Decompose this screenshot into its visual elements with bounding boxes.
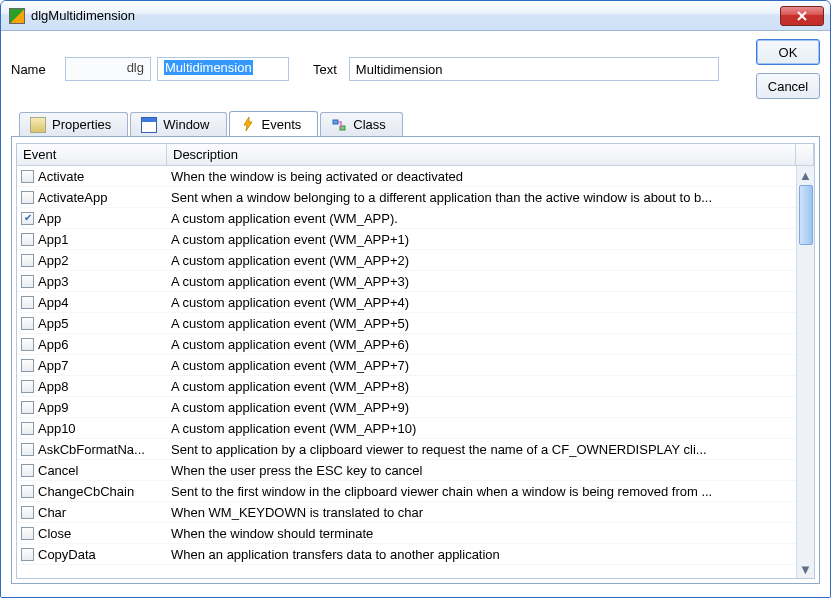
event-description: A custom application event (WM_APP+1) bbox=[167, 232, 796, 247]
table-row[interactable]: App5A custom application event (WM_APP+5… bbox=[17, 313, 796, 334]
cancel-label: Cancel bbox=[768, 79, 808, 94]
name-value: Multidimension bbox=[164, 60, 253, 75]
class-icon bbox=[331, 117, 347, 133]
table-row[interactable]: App1A custom application event (WM_APP+1… bbox=[17, 229, 796, 250]
event-checkbox[interactable] bbox=[21, 401, 34, 414]
event-name: CopyData bbox=[38, 547, 96, 562]
event-description: A custom application event (WM_APP+9) bbox=[167, 400, 796, 415]
event-cell: App1 bbox=[17, 232, 167, 247]
event-checkbox[interactable] bbox=[21, 506, 34, 519]
event-cell: Cancel bbox=[17, 463, 167, 478]
table-row[interactable]: App9A custom application event (WM_APP+9… bbox=[17, 397, 796, 418]
table-row[interactable]: CancelWhen the user press the ESC key to… bbox=[17, 460, 796, 481]
prefix-input[interactable]: dlg bbox=[65, 57, 151, 81]
table-row[interactable]: App2A custom application event (WM_APP+2… bbox=[17, 250, 796, 271]
tab-window[interactable]: Window bbox=[130, 112, 226, 136]
event-name: App10 bbox=[38, 421, 76, 436]
event-checkbox[interactable] bbox=[21, 191, 34, 204]
close-button[interactable] bbox=[780, 6, 824, 26]
event-checkbox[interactable] bbox=[21, 317, 34, 330]
event-description: A custom application event (WM_APP+7) bbox=[167, 358, 796, 373]
event-checkbox[interactable] bbox=[21, 464, 34, 477]
table-row[interactable]: ChangeCbChainSent to the first window in… bbox=[17, 481, 796, 502]
window-icon bbox=[141, 117, 157, 133]
event-checkbox[interactable] bbox=[21, 527, 34, 540]
event-checkbox[interactable] bbox=[21, 254, 34, 267]
ok-button[interactable]: OK bbox=[756, 39, 820, 65]
event-checkbox[interactable] bbox=[21, 422, 34, 435]
scroll-track[interactable] bbox=[797, 246, 814, 560]
form-row: Name dlg Multidimension Text OK Cancel bbox=[11, 39, 820, 99]
name-label: Name bbox=[11, 62, 59, 77]
tab-events[interactable]: Events bbox=[229, 111, 319, 136]
table-row[interactable]: ActivateAppSent when a window belonging … bbox=[17, 187, 796, 208]
event-name: App7 bbox=[38, 358, 68, 373]
tab-class[interactable]: Class bbox=[320, 112, 403, 136]
properties-icon bbox=[30, 117, 46, 133]
event-description: A custom application event (WM_APP+6) bbox=[167, 337, 796, 352]
event-name: App9 bbox=[38, 400, 68, 415]
ok-label: OK bbox=[779, 45, 798, 60]
event-name: App8 bbox=[38, 379, 68, 394]
event-name: ChangeCbChain bbox=[38, 484, 134, 499]
event-cell: ActivateApp bbox=[17, 190, 167, 205]
table-row[interactable]: App8A custom application event (WM_APP+8… bbox=[17, 376, 796, 397]
event-checkbox[interactable] bbox=[21, 170, 34, 183]
event-name: App1 bbox=[38, 232, 68, 247]
event-checkbox[interactable] bbox=[21, 338, 34, 351]
table-row[interactable]: CharWhen WM_KEYDOWN is translated to cha… bbox=[17, 502, 796, 523]
col-event[interactable]: Event bbox=[17, 144, 167, 165]
event-name: Activate bbox=[38, 169, 84, 184]
table-row[interactable]: App4A custom application event (WM_APP+4… bbox=[17, 292, 796, 313]
event-cell: CopyData bbox=[17, 547, 167, 562]
col-scroll-gutter bbox=[796, 144, 814, 165]
app-icon bbox=[9, 8, 25, 24]
table-row[interactable]: App7A custom application event (WM_APP+7… bbox=[17, 355, 796, 376]
table-header: Event Description bbox=[17, 144, 814, 166]
event-checkbox[interactable] bbox=[21, 275, 34, 288]
table-row[interactable]: App10A custom application event (WM_APP+… bbox=[17, 418, 796, 439]
tab-properties[interactable]: Properties bbox=[19, 112, 128, 136]
name-input[interactable]: Multidimension bbox=[157, 57, 289, 81]
scroll-down-arrow[interactable]: ▼ bbox=[797, 560, 814, 578]
event-checkbox[interactable] bbox=[21, 296, 34, 309]
event-name: AskCbFormatNa... bbox=[38, 442, 145, 457]
event-name: App bbox=[38, 211, 61, 226]
dialog-buttons: OK Cancel bbox=[756, 39, 820, 99]
event-checkbox[interactable] bbox=[21, 380, 34, 393]
table-row[interactable]: ActivateWhen the window is being activat… bbox=[17, 166, 796, 187]
scroll-up-arrow[interactable]: ▲ bbox=[797, 166, 814, 184]
event-checkbox[interactable] bbox=[21, 443, 34, 456]
text-label: Text bbox=[313, 62, 337, 77]
event-description: Sent to the first window in the clipboar… bbox=[167, 484, 796, 499]
close-icon bbox=[796, 11, 808, 21]
event-checkbox[interactable] bbox=[21, 212, 34, 225]
window-title: dlgMultidimension bbox=[31, 8, 774, 23]
col-description[interactable]: Description bbox=[167, 144, 796, 165]
event-cell: Activate bbox=[17, 169, 167, 184]
event-cell: Char bbox=[17, 505, 167, 520]
table-row[interactable]: App6A custom application event (WM_APP+6… bbox=[17, 334, 796, 355]
event-checkbox[interactable] bbox=[21, 359, 34, 372]
event-cell: App10 bbox=[17, 421, 167, 436]
table-row[interactable]: App3A custom application event (WM_APP+3… bbox=[17, 271, 796, 292]
vertical-scrollbar[interactable]: ▲ ▼ bbox=[796, 166, 814, 578]
client-area: Name dlg Multidimension Text OK Cancel P… bbox=[1, 31, 830, 597]
scroll-thumb[interactable] bbox=[799, 185, 813, 245]
event-checkbox[interactable] bbox=[21, 233, 34, 246]
cancel-button[interactable]: Cancel bbox=[756, 73, 820, 99]
lightning-icon bbox=[240, 116, 256, 132]
table-row[interactable]: CopyDataWhen an application transfers da… bbox=[17, 544, 796, 565]
text-input[interactable] bbox=[349, 57, 719, 81]
table-row[interactable]: AskCbFormatNa...Sent to application by a… bbox=[17, 439, 796, 460]
event-checkbox[interactable] bbox=[21, 485, 34, 498]
event-name: ActivateApp bbox=[38, 190, 107, 205]
event-cell: App5 bbox=[17, 316, 167, 331]
event-description: When WM_KEYDOWN is translated to char bbox=[167, 505, 796, 520]
event-description: A custom application event (WM_APP+4) bbox=[167, 295, 796, 310]
table-row[interactable]: AppA custom application event (WM_APP). bbox=[17, 208, 796, 229]
event-cell: App7 bbox=[17, 358, 167, 373]
event-checkbox[interactable] bbox=[21, 548, 34, 561]
event-cell: ChangeCbChain bbox=[17, 484, 167, 499]
table-row[interactable]: CloseWhen the window should terminate bbox=[17, 523, 796, 544]
